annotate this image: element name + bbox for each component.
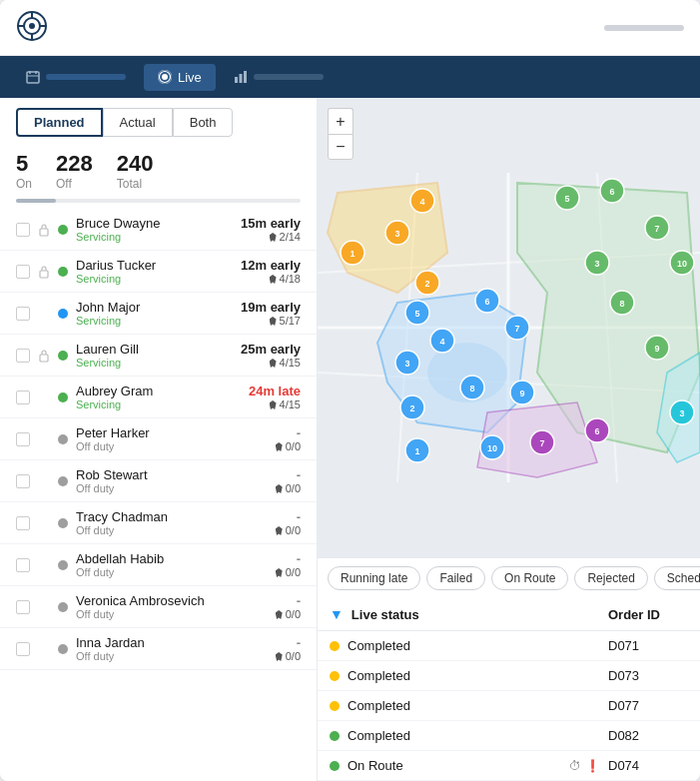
- driver-checkbox[interactable]: [16, 474, 30, 488]
- svg-rect-17: [40, 229, 48, 236]
- driver-row[interactable]: John Major Servicing 19m early 5/17: [0, 293, 317, 335]
- driver-row[interactable]: Bruce Dwayne Servicing 15m early 2/14: [0, 209, 317, 251]
- driver-row[interactable]: Peter Harker Off duty - 0/0: [0, 418, 317, 460]
- stat-on-value: 5: [16, 151, 32, 177]
- stat-total-label: Total: [117, 177, 154, 191]
- live-table-row[interactable]: Completed D077: [318, 691, 700, 721]
- driver-status: Off duty: [76, 440, 268, 452]
- pin-blue-2[interactable]: 6: [475, 289, 499, 313]
- pin-blue-8[interactable]: 10: [480, 435, 504, 459]
- filter-chip-running-late[interactable]: Running late: [328, 566, 420, 590]
- driver-row[interactable]: Inna Jardan Off duty - 0/0: [0, 628, 317, 670]
- driver-checkbox[interactable]: [16, 432, 30, 446]
- driver-status: Off duty: [76, 524, 268, 536]
- pin-green-4[interactable]: 3: [585, 251, 609, 275]
- status-text: Completed: [348, 638, 592, 653]
- driver-row[interactable]: Rob Stewart Off duty - 0/0: [0, 460, 317, 502]
- pin-cyan-1[interactable]: 3: [670, 400, 694, 424]
- driver-checkbox[interactable]: [16, 390, 30, 404]
- pin-blue-7[interactable]: 1: [405, 438, 429, 462]
- svg-text:9: 9: [519, 389, 524, 398]
- driver-dot: [58, 351, 68, 361]
- driver-checkbox[interactable]: [16, 307, 30, 321]
- driver-checkbox[interactable]: [16, 642, 30, 656]
- sort-icon[interactable]: ▼: [330, 606, 344, 622]
- live-table-row[interactable]: Completed D082: [318, 721, 700, 751]
- pin-blue-1[interactable]: 5: [405, 301, 429, 325]
- driver-time: 25m early 4/15: [241, 342, 301, 369]
- svg-text:3: 3: [679, 408, 684, 418]
- driver-time: 24m late 4/15: [249, 384, 301, 410]
- driver-checkbox[interactable]: [16, 265, 30, 279]
- status-text: Completed: [348, 668, 592, 683]
- pin-green-6[interactable]: 9: [645, 336, 669, 360]
- pin-blue-5[interactable]: 3: [395, 351, 419, 375]
- nav-tab-planned[interactable]: [12, 64, 140, 90]
- driver-dot: [58, 476, 68, 486]
- pin-blue-6[interactable]: 2: [400, 395, 424, 419]
- driver-dot: [58, 644, 68, 654]
- stat-on: 5 On: [16, 151, 32, 191]
- driver-time-value: -: [276, 425, 301, 440]
- driver-checkbox[interactable]: [16, 349, 30, 363]
- pin-green-1[interactable]: 5: [555, 186, 579, 210]
- svg-rect-19: [40, 355, 48, 362]
- svg-text:6: 6: [609, 187, 614, 197]
- pin-yellow-1[interactable]: 1: [341, 241, 364, 265]
- live-table-row[interactable]: Completed D073: [318, 661, 700, 691]
- filter-chip-scheduled[interactable]: Scheduled: [654, 566, 700, 590]
- driver-dot: [58, 392, 68, 402]
- order-id: D082: [608, 728, 688, 743]
- svg-text:1: 1: [414, 446, 419, 456]
- svg-text:8: 8: [469, 384, 474, 393]
- filter-chip-failed[interactable]: Failed: [426, 566, 485, 590]
- status-text: On Route: [348, 758, 561, 773]
- pin-green-5[interactable]: 8: [610, 291, 634, 315]
- filter-chip-on-route[interactable]: On Route: [491, 566, 568, 590]
- map-zoom-in[interactable]: +: [328, 108, 353, 134]
- driver-row[interactable]: Lauren Gill Servicing 25m early 4/15: [0, 335, 317, 377]
- driver-row[interactable]: Tracy Chadman Off duty - 0/0: [0, 502, 317, 544]
- driver-checkbox[interactable]: [16, 223, 30, 237]
- map-zoom-out[interactable]: −: [328, 134, 353, 160]
- stat-total: 240 Total: [117, 151, 154, 191]
- toggle-actual[interactable]: Actual: [103, 108, 173, 137]
- live-table-row[interactable]: Completed D071: [318, 631, 700, 661]
- nav-tab-planned-placeholder: [46, 74, 126, 80]
- driver-deliveries: 0/0: [276, 566, 301, 578]
- pin-yellow-2[interactable]: 2: [415, 271, 439, 295]
- pin-yellow-4[interactable]: 4: [410, 189, 434, 213]
- toggle-planned[interactable]: Planned: [16, 108, 103, 137]
- pin-blue-10[interactable]: 8: [460, 376, 484, 399]
- nav-tab-live[interactable]: Live: [144, 64, 216, 91]
- pin-purple-1[interactable]: 7: [530, 430, 554, 454]
- status-dot: [330, 731, 340, 741]
- pin-green-2[interactable]: 6: [600, 179, 624, 203]
- pin-yellow-3[interactable]: 3: [385, 221, 409, 245]
- lock-icon: [38, 349, 50, 363]
- toggle-both[interactable]: Both: [173, 108, 234, 137]
- pin-blue-9[interactable]: 9: [510, 381, 534, 404]
- driver-row[interactable]: Abdellah Habib Off duty - 0/0: [0, 544, 317, 586]
- live-table-row[interactable]: On Route ⏱❗ D074: [318, 751, 700, 781]
- driver-time: - 0/0: [276, 467, 301, 494]
- driver-name: Lauren Gill: [76, 342, 233, 357]
- drop-icon: [270, 275, 277, 284]
- pin-green-7[interactable]: 10: [670, 251, 694, 275]
- col-orderid-header: Order ID: [608, 607, 688, 622]
- pin-blue-4[interactable]: 4: [430, 329, 454, 353]
- pin-purple-2[interactable]: 6: [585, 418, 609, 442]
- driver-checkbox[interactable]: [16, 558, 30, 572]
- nav-tab-stats[interactable]: [220, 64, 338, 90]
- toggle-bar: Planned Actual Both: [0, 98, 317, 143]
- filter-chip-rejected[interactable]: Rejected: [574, 566, 647, 590]
- driver-checkbox[interactable]: [16, 516, 30, 530]
- driver-row[interactable]: Darius Tucker Servicing 12m early 4/18: [0, 251, 317, 293]
- driver-checkbox[interactable]: [16, 600, 30, 614]
- driver-row[interactable]: Aubrey Gram Servicing 24m late 4/15: [0, 377, 317, 418]
- pin-green-3[interactable]: 7: [645, 216, 669, 240]
- driver-row[interactable]: Veronica Ambrosevich Off duty - 0/0: [0, 586, 317, 628]
- pin-blue-3[interactable]: 7: [505, 316, 529, 340]
- svg-text:2: 2: [424, 279, 429, 289]
- svg-text:4: 4: [439, 337, 444, 347]
